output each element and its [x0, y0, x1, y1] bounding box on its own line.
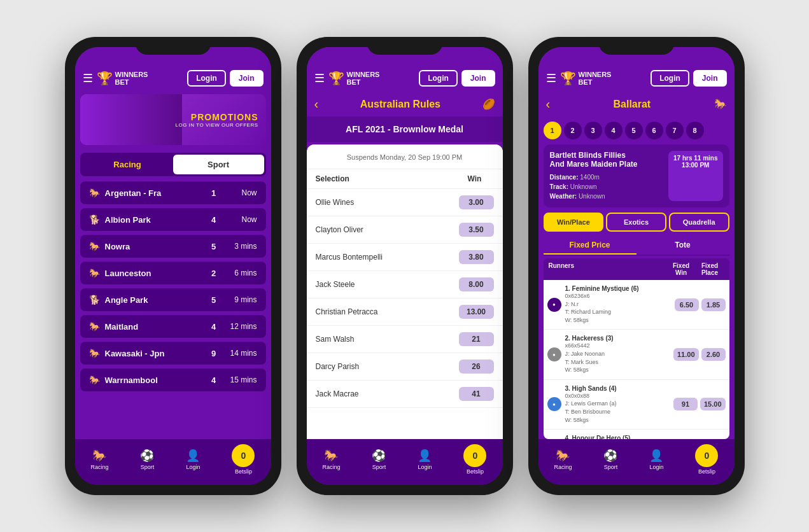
player-odds-6: 26: [459, 360, 494, 374]
promo-banner-image: [80, 94, 183, 145]
col-fixed-win: Fixed Win: [667, 262, 696, 276]
logo-container-3: 🏆 WINNERS BET: [560, 71, 612, 86]
login-button-3[interactable]: Login: [651, 70, 689, 87]
nav-racing-3[interactable]: 🐎 Racing: [554, 449, 572, 470]
race-item-0[interactable]: 🐎 Argentan - Fra 1 Now: [80, 181, 266, 204]
nav-sport-icon-3: ⚽: [603, 449, 617, 463]
runner-name-2: 3. High Sands (4): [565, 385, 671, 392]
race-btn-6[interactable]: 6: [645, 122, 663, 139]
quadrella-btn[interactable]: Quadrella: [669, 213, 729, 232]
odds-table-header: Selection Win: [307, 169, 503, 189]
nav-racing-label-1: Racing: [90, 464, 108, 470]
odds-row-6[interactable]: Darcy Parish 26: [307, 353, 503, 381]
race-item-3[interactable]: 🐎 Launceston 2 6 mins: [80, 262, 266, 284]
phone-3: ☰ 🏆 WINNERS BET Login Join ‹: [528, 37, 745, 495]
hamburger-icon-2[interactable]: ☰: [314, 71, 325, 85]
player-odds-2: 3.80: [459, 250, 494, 264]
nav-sport-3[interactable]: ⚽ Sport: [603, 449, 617, 470]
logo-text: WINNERS BET: [115, 71, 148, 86]
screen-content-3: 1 2 3 4 5 6 7 8 Bartlett Blinds FilliesA…: [538, 116, 735, 485]
odds-row-7[interactable]: Jack Macrae 41: [307, 381, 503, 408]
race-num-3: 2: [208, 269, 220, 278]
racing-tab-1[interactable]: Racing: [82, 155, 173, 174]
exotics-btn[interactable]: Exotics: [606, 213, 666, 232]
runner-fixed-place-0[interactable]: 1.85: [701, 298, 726, 311]
runner-fixed-win-0[interactable]: 6.50: [675, 298, 699, 311]
back-button-3[interactable]: ‹: [546, 97, 551, 111]
suspend-text: Suspends Monday, 20 Sep 19:00 PM: [347, 153, 462, 161]
runner-fixed-place-1[interactable]: 2.60: [701, 348, 726, 361]
race-btn-3[interactable]: 3: [584, 122, 602, 139]
runner-fixed-win-1[interactable]: 11.00: [673, 348, 699, 361]
odds-row-2[interactable]: Marcus Bontempelli 3.80: [307, 244, 503, 271]
nav-sport-1[interactable]: ⚽ Sport: [140, 449, 154, 470]
nav-login-2[interactable]: 👤 Login: [418, 449, 432, 470]
runner-silks-2: ●: [547, 397, 561, 411]
race-info-detail: Distance: 1400m Track: Unknown Weather: …: [550, 172, 638, 201]
nav-betslip-wrapper-2[interactable]: 0 Betslip: [463, 444, 486, 475]
app-header-2: ☰ 🏆 WINNERS BET Login Join: [307, 47, 503, 92]
race-name-7: Warrnambool: [105, 375, 202, 385]
odds-row-3[interactable]: Jack Steele 8.00: [307, 271, 503, 298]
odds-row-4[interactable]: Christian Petracca 13.00: [307, 298, 503, 326]
nav-login-1[interactable]: 👤 Login: [186, 449, 200, 470]
race-item-7[interactable]: 🐎 Warrnambool 4 15 mins: [80, 368, 266, 391]
promo-title: PROMOTIONS: [176, 112, 258, 122]
race-btn-1[interactable]: 1: [544, 122, 561, 139]
nav-betslip-wrapper-1[interactable]: 0 Betslip: [232, 444, 255, 475]
win-place-btn[interactable]: Win/Place: [544, 213, 604, 232]
odds-row-0[interactable]: Ollie Wines 3.00: [307, 189, 503, 216]
join-button-1[interactable]: Join: [230, 70, 264, 87]
join-button-3[interactable]: Join: [693, 70, 727, 87]
col-runners: Runners: [549, 262, 667, 276]
race-item-6[interactable]: 🐎 Kawasaki - Jpn 9 14 mins: [80, 342, 266, 365]
back-button-2[interactable]: ‹: [314, 97, 319, 111]
nav-betslip-label-3: Betslip: [698, 468, 715, 475]
race-btn-2[interactable]: 2: [564, 122, 582, 139]
hamburger-icon[interactable]: ☰: [83, 71, 93, 85]
trophy-icon-2: 🏆: [328, 71, 344, 86]
nav-betslip-wrapper-3[interactable]: 0 Betslip: [695, 444, 718, 475]
race-btn-5[interactable]: 5: [625, 122, 643, 139]
horse-icon-3: 🐎: [89, 268, 100, 278]
race-item-2[interactable]: 🐎 Nowra 5 3 mins: [80, 235, 266, 258]
nav-racing-1[interactable]: 🐎 Racing: [90, 449, 108, 470]
runner-fixed-win-2[interactable]: 91: [673, 398, 698, 410]
app-header-3: ☰ 🏆 WINNERS BET Login Join: [538, 47, 735, 92]
nav-sport-label-1: Sport: [141, 464, 155, 470]
runner-fixed-place-2[interactable]: 15.00: [700, 398, 726, 410]
join-button-2[interactable]: Join: [461, 70, 495, 87]
race-item-4[interactable]: 🐕 Angle Park 5 9 mins: [80, 288, 266, 311]
race-num-7: 4: [208, 375, 220, 385]
race-name-2: Nowra: [105, 242, 202, 251]
race-btn-4[interactable]: 4: [605, 122, 623, 139]
bottom-nav-1: 🐎 Racing ⚽ Sport 👤 Login 0 Betslip: [75, 439, 271, 485]
fixed-price-tab[interactable]: Fixed Price: [544, 237, 637, 255]
header-left-1: ☰ 🏆 WINNERS BET: [83, 71, 148, 86]
runner-name-1: 2. Hackeress (3): [565, 335, 671, 342]
trophy-icon-3: 🏆: [560, 71, 576, 86]
login-button-1[interactable]: Login: [187, 70, 226, 87]
odds-row-1[interactable]: Clayton Oliver 3.50: [307, 216, 503, 244]
player-name-7: Jack Macrae: [316, 389, 459, 398]
player-name-4: Christian Petracca: [316, 307, 459, 316]
nav-racing-2[interactable]: 🐎 Racing: [322, 449, 340, 470]
odds-row-5[interactable]: Sam Walsh 21: [307, 326, 503, 353]
sport-tab-1[interactable]: Sport: [173, 155, 264, 174]
tote-tab[interactable]: Tote: [637, 237, 729, 255]
race-item-1[interactable]: 🐕 Albion Park 4 Now: [80, 208, 266, 231]
nav-login-label-1: Login: [186, 464, 200, 470]
race-btn-8[interactable]: 8: [686, 122, 704, 139]
player-name-1: Clayton Oliver: [316, 225, 459, 234]
race-num-5: 4: [208, 322, 220, 332]
hamburger-icon-3[interactable]: ☰: [546, 71, 556, 85]
race-item-5[interactable]: 🐎 Maitland 4 12 mins: [80, 315, 266, 338]
runner-name-3: 4. Honour De Hero (5): [565, 435, 671, 439]
phone-3-screen: ☰ 🏆 WINNERS BET Login Join ‹: [538, 47, 735, 485]
nav-login-3[interactable]: 👤 Login: [649, 449, 663, 470]
race-btn-7[interactable]: 7: [666, 122, 684, 139]
nav-sport-2[interactable]: ⚽ Sport: [372, 449, 386, 470]
login-button-2[interactable]: Login: [419, 70, 458, 87]
app-header-1: ☰ 🏆 WINNERS BET Login Join: [75, 47, 271, 92]
logo-container-1: 🏆 WINNERS BET: [97, 71, 148, 86]
